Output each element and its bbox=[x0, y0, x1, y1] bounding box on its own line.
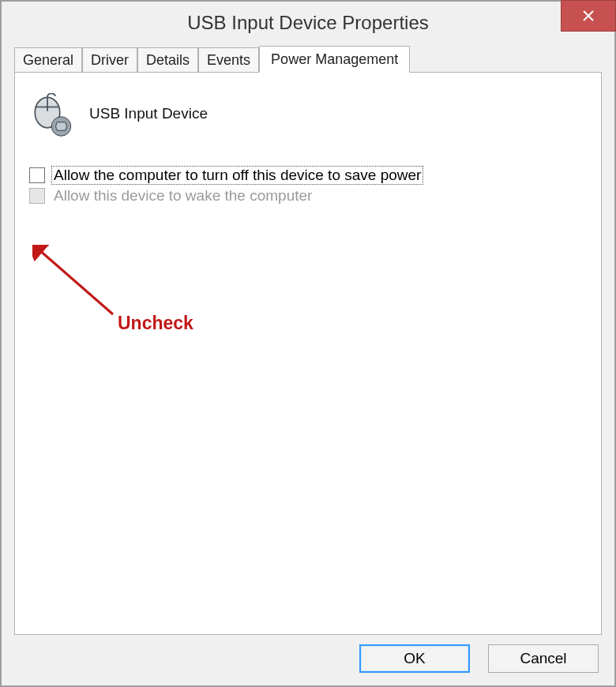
tab-power-management[interactable]: Power Management bbox=[259, 46, 410, 73]
device-name: USB Input Device bbox=[89, 105, 208, 122]
tab-details[interactable]: Details bbox=[137, 47, 198, 73]
device-header: USB Input Device bbox=[26, 90, 590, 137]
tab-pane-power-management: USB Input Device Allow the computer to t… bbox=[14, 72, 602, 635]
tab-label: General bbox=[23, 52, 73, 68]
tab-label: Power Management bbox=[271, 51, 398, 67]
annotation-arrow bbox=[32, 245, 119, 317]
tab-general[interactable]: General bbox=[14, 47, 82, 73]
tab-strip: General Driver Details Events Power Mana… bbox=[14, 46, 602, 73]
annotation-text: Uncheck bbox=[118, 313, 193, 334]
dialog-body: General Driver Details Events Power Mana… bbox=[14, 46, 602, 635]
tab-label: Driver bbox=[91, 52, 129, 68]
svg-line-4 bbox=[39, 250, 113, 314]
cancel-button[interactable]: Cancel bbox=[488, 644, 599, 673]
tab-driver[interactable]: Driver bbox=[82, 47, 137, 73]
tab-events[interactable]: Events bbox=[198, 47, 259, 73]
tab-label: Details bbox=[146, 52, 190, 68]
checkbox-allow-turn-off[interactable] bbox=[29, 167, 45, 183]
dialog-buttons: OK Cancel bbox=[345, 644, 599, 673]
option-allow-turn-off: Allow the computer to turn off this devi… bbox=[26, 166, 590, 185]
option-allow-wake: Allow this device to wake the computer bbox=[26, 186, 590, 205]
ok-button[interactable]: OK bbox=[359, 644, 470, 673]
title-bar: USB Input Device Properties bbox=[2, 2, 614, 44]
tab-label: Events bbox=[207, 52, 250, 68]
label-allow-turn-off[interactable]: Allow the computer to turn off this devi… bbox=[51, 166, 423, 185]
window-title: USB Input Device Properties bbox=[187, 12, 428, 33]
button-label: OK bbox=[404, 650, 425, 666]
properties-dialog: USB Input Device Properties General Driv… bbox=[0, 0, 616, 687]
label-allow-wake: Allow this device to wake the computer bbox=[51, 186, 314, 205]
checkbox-allow-wake bbox=[29, 188, 45, 204]
mouse-device-icon bbox=[31, 93, 75, 137]
close-button[interactable] bbox=[561, 0, 616, 32]
close-icon bbox=[582, 0, 595, 37]
button-label: Cancel bbox=[520, 650, 566, 666]
